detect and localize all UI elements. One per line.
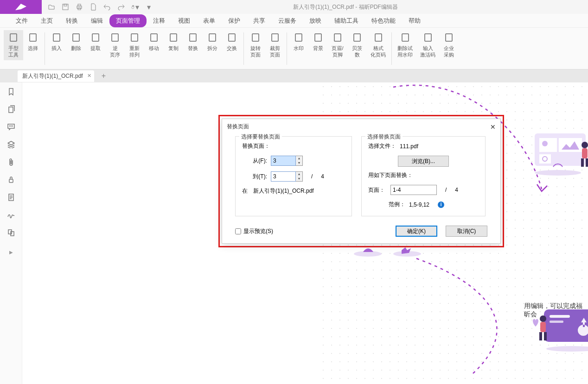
ribbon-button-6[interactable]: 逆 页序 bbox=[105, 30, 125, 60]
menu-item-8[interactable]: 保护 bbox=[222, 14, 247, 27]
svg-rect-9 bbox=[92, 34, 99, 41]
menu-item-11[interactable]: 放映 bbox=[303, 14, 328, 27]
range-example-label: 范例： bbox=[389, 201, 405, 208]
use-pages-label: 用如下页面替换： bbox=[368, 171, 479, 179]
svg-rect-11 bbox=[131, 34, 138, 41]
preview-checkbox-input[interactable] bbox=[235, 228, 241, 234]
menu-item-6[interactable]: 视图 bbox=[172, 14, 197, 27]
tab-label: 新人引导(1)(1)_OCR.pdf bbox=[22, 73, 83, 79]
menu-item-10[interactable]: 云服务 bbox=[272, 14, 303, 27]
ribbon-label: 重新 排列 bbox=[129, 45, 140, 58]
comment-icon[interactable] bbox=[6, 122, 16, 132]
layers-icon[interactable] bbox=[6, 140, 16, 149]
svg-rect-19 bbox=[295, 34, 302, 41]
ribbon-label: 插入 bbox=[51, 45, 62, 51]
selected-file-name: 111.pdf bbox=[400, 143, 418, 150]
replace-pages-dialog: 替换页面 ✕ 选择要替换页面 替换页面： 从(F): ▲▼ 到(T): ▲▼ /… bbox=[222, 119, 501, 244]
cancel-button[interactable]: 取消(C) bbox=[446, 226, 487, 237]
qat-redo-icon[interactable] bbox=[117, 3, 125, 11]
compare-icon[interactable] bbox=[6, 228, 16, 237]
ribbon-button-25[interactable]: 企业 采购 bbox=[439, 30, 459, 60]
qat-doc-icon[interactable] bbox=[89, 3, 97, 11]
bookmark-icon[interactable] bbox=[6, 87, 16, 96]
browse-button[interactable]: 浏览(B)... bbox=[398, 156, 449, 167]
ribbon-button-10[interactable]: 替换 bbox=[183, 30, 203, 53]
ribbon-button-0[interactable]: 手型 工具 bbox=[4, 30, 23, 60]
ribbon-button-9[interactable]: 复制 bbox=[164, 30, 183, 53]
ribbon-button-12[interactable]: 交换 bbox=[222, 30, 242, 53]
ribbon-button-17[interactable]: 水印 bbox=[289, 30, 308, 53]
qat-undo-icon[interactable] bbox=[103, 3, 111, 11]
svg-rect-24 bbox=[402, 34, 409, 41]
close-icon[interactable]: ✕ bbox=[87, 73, 91, 79]
ribbon-label: 背景 bbox=[313, 45, 323, 51]
ribbon-label: 逆 页序 bbox=[110, 45, 120, 58]
ribbon-label: 复制 bbox=[168, 45, 179, 51]
svg-rect-23 bbox=[375, 34, 382, 41]
page-range-input[interactable] bbox=[390, 185, 437, 195]
pages-icon[interactable] bbox=[6, 105, 16, 114]
menu-item-14[interactable]: 帮助 bbox=[402, 14, 427, 27]
qat-save-icon[interactable] bbox=[61, 3, 70, 11]
ribbon-button-15[interactable]: 裁剪 页面 bbox=[265, 30, 285, 60]
menu-item-7[interactable]: 表单 bbox=[197, 14, 222, 27]
ribbon-icon bbox=[313, 32, 324, 43]
expand-icon[interactable]: ▶ bbox=[6, 247, 16, 257]
qat-open-icon[interactable] bbox=[47, 3, 56, 11]
qat-hand-icon[interactable]: ▾ bbox=[131, 3, 139, 11]
ribbon-label: 格式 化页码 bbox=[371, 45, 386, 58]
menu-item-5[interactable]: 注释 bbox=[147, 14, 172, 27]
spin-down-icon[interactable]: ▼ bbox=[296, 176, 302, 181]
spin-down-icon[interactable]: ▼ bbox=[296, 161, 302, 165]
select-file-label: 选择文件： bbox=[368, 142, 396, 150]
from-input[interactable] bbox=[271, 156, 296, 166]
ribbon-button-21[interactable]: 格式 化页码 bbox=[367, 30, 390, 60]
signature-icon[interactable] bbox=[6, 210, 16, 220]
to-input[interactable] bbox=[271, 171, 296, 182]
menu-item-12[interactable]: 辅助工具 bbox=[328, 14, 365, 27]
document-tab[interactable]: 新人引导(1)(1)_OCR.pdf ✕ bbox=[18, 70, 94, 82]
qat-print-icon[interactable] bbox=[75, 3, 83, 11]
svg-rect-39 bbox=[539, 154, 551, 164]
ribbon-button-7[interactable]: 重新 排列 bbox=[125, 30, 144, 60]
ribbon-button-4[interactable]: 删除 bbox=[66, 30, 86, 53]
ribbon-button-5[interactable]: 提取 bbox=[86, 30, 105, 53]
ribbon-icon bbox=[269, 32, 281, 43]
svg-rect-48 bbox=[550, 321, 563, 323]
ribbon-button-19[interactable]: 页眉/ 页脚 bbox=[328, 30, 347, 60]
menu-item-13[interactable]: 特色功能 bbox=[365, 14, 402, 27]
spin-up-icon[interactable]: ▲ bbox=[296, 156, 302, 161]
ribbon-button-23[interactable]: 删除试 用水印 bbox=[394, 30, 416, 60]
ribbon-button-20[interactable]: 贝茨 数 bbox=[347, 30, 367, 60]
menu-item-9[interactable]: 共享 bbox=[247, 14, 272, 27]
ribbon-button-8[interactable]: 移动 bbox=[144, 30, 164, 53]
ribbon-button-11[interactable]: 拆分 bbox=[203, 30, 222, 53]
show-preview-checkbox[interactable]: 显示预览(S) bbox=[235, 227, 273, 235]
attachment-icon[interactable] bbox=[6, 157, 16, 167]
preview-checkbox-label: 显示预览(S) bbox=[243, 227, 273, 235]
menu-item-2[interactable]: 转换 bbox=[59, 14, 84, 27]
ribbon-button-1[interactable]: 选择 bbox=[23, 30, 43, 53]
menu-item-1[interactable]: 主页 bbox=[34, 14, 59, 27]
svg-rect-6 bbox=[30, 34, 36, 41]
menu-item-4[interactable]: 页面管理 bbox=[109, 14, 147, 27]
ribbon-button-14[interactable]: 旋转 页面 bbox=[246, 30, 265, 60]
spin-up-icon[interactable]: ▲ bbox=[296, 172, 302, 176]
ribbon-button-24[interactable]: 输入 激活码 bbox=[416, 30, 439, 60]
ribbon-label: 水印 bbox=[294, 45, 304, 51]
range-example-value: 1,5-9,12 bbox=[409, 201, 429, 208]
security-icon[interactable] bbox=[6, 175, 16, 184]
svg-rect-22 bbox=[354, 34, 360, 41]
ribbon-icon bbox=[443, 32, 454, 43]
form-icon[interactable] bbox=[6, 193, 16, 202]
info-icon[interactable]: i bbox=[438, 201, 444, 208]
ribbon-separator bbox=[45, 32, 45, 65]
menu-item-3[interactable]: 编辑 bbox=[84, 14, 109, 27]
menu-item-0[interactable]: 文件 bbox=[9, 14, 34, 27]
ok-button[interactable]: 确定(K) bbox=[396, 226, 437, 237]
close-icon[interactable]: ✕ bbox=[490, 123, 496, 131]
add-tab-button[interactable]: + bbox=[102, 72, 106, 80]
ribbon-button-3[interactable]: 插入 bbox=[47, 30, 66, 53]
qat-dropdown-icon[interactable]: ▾ bbox=[145, 3, 153, 11]
ribbon-button-18[interactable]: 背景 bbox=[308, 30, 328, 53]
